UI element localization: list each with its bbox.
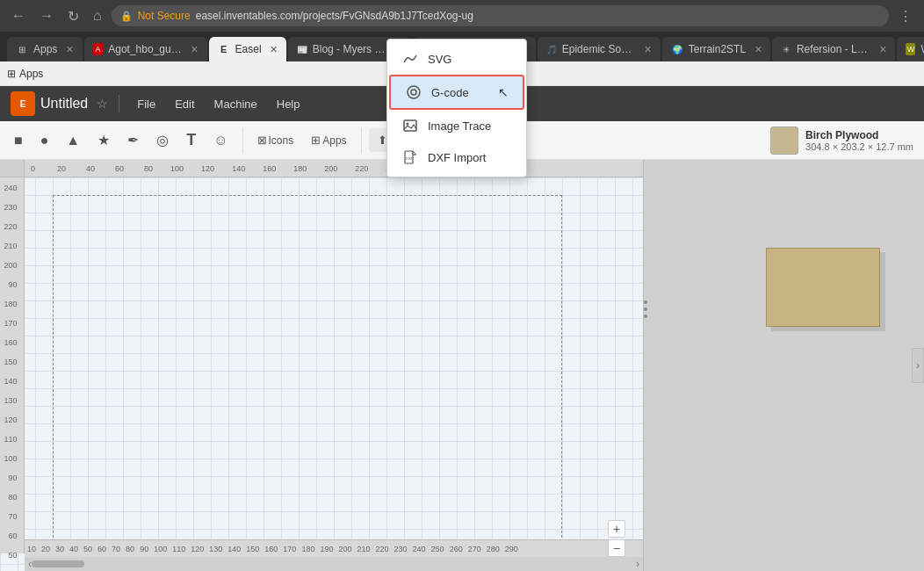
svg-icon (401, 50, 419, 68)
b-num-30: 30 (53, 545, 67, 553)
browser-top-bar: ← → ↻ ⌂ 🔒 Not Secure easel.inventables.c… (0, 0, 924, 32)
ruler-v-230: 230 (4, 200, 19, 214)
b-num-80: 80 (123, 545, 137, 553)
favorite-star-icon[interactable]: ☆ (97, 97, 108, 111)
ruler-h-num-140: 140 (217, 164, 248, 173)
ruler-v-120: 120 (4, 413, 19, 427)
tab-favicon-blog: 📰 (297, 43, 307, 55)
tab-apps[interactable]: ⊞ Apps × (7, 37, 83, 61)
image-trace-menu-item[interactable]: Image Trace (387, 110, 526, 141)
resize-dot-2 (644, 307, 647, 311)
ruler-h-num-40: 40 (69, 164, 97, 173)
back-button[interactable]: ← (7, 6, 30, 25)
zoom-out-button[interactable]: − (608, 539, 625, 557)
b-num-160: 160 (262, 545, 280, 553)
tab-easel[interactable]: E Easel × (209, 37, 286, 61)
preview-expand-button[interactable]: › (912, 348, 924, 383)
material-dims: 304.8 × 203.2 × 12.7 mm (805, 141, 913, 152)
zoom-in-button[interactable]: + (608, 520, 625, 538)
cursor-icon: ↖ (498, 85, 509, 99)
apps-tool-button[interactable]: ⊞ Apps (304, 128, 353, 152)
tab-close-agot[interactable]: × (191, 42, 198, 56)
scrollbar-horizontal[interactable]: ‹ › (25, 557, 643, 571)
ruler-v-170: 170 (4, 316, 19, 330)
b-num-20: 20 (39, 545, 53, 553)
url-text: easel.inventables.com/projects/FvGNsdA9b… (196, 10, 473, 22)
ruler-v-140: 140 (4, 374, 19, 388)
toolbar-separator-1 (242, 128, 243, 153)
icons-tool-button[interactable]: ⊠ Icons (250, 128, 301, 152)
b-num-110: 110 (170, 545, 188, 553)
gcode-icon (405, 83, 422, 101)
tab-close-easel[interactable]: × (271, 42, 278, 56)
tab-epidemic[interactable]: 🎵 Epidemic Sound |... × (538, 37, 661, 61)
address-bar[interactable]: 🔒 Not Secure easel.inventables.com/proje… (112, 5, 889, 26)
canvas-area[interactable]: 0 20 40 60 80 100 120 140 160 180 200 22… (0, 160, 643, 571)
tab-terrain[interactable]: 🌍 Terrain2STL × (662, 37, 771, 61)
import-dropdown-menu: SVG G-code ↖ Image Trace DXF (386, 39, 527, 177)
ruler-h-num-20: 20 (38, 164, 69, 173)
circle-tool-button[interactable]: ● (33, 127, 56, 154)
refresh-button[interactable]: ↻ (63, 6, 83, 26)
tab-label-easel: Easel (235, 43, 262, 55)
panel-resize-handle[interactable] (639, 300, 652, 318)
square-tool-button[interactable]: ■ (7, 127, 30, 154)
scrollbar-thumb-h[interactable] (32, 560, 84, 567)
preview-panel: ‹ › (643, 160, 924, 571)
gcode-menu-item[interactable]: G-code ↖ (389, 75, 524, 110)
scroll-right-button[interactable]: › (636, 558, 639, 570)
ruler-v-130: 130 (4, 394, 19, 408)
menu-edit[interactable]: Edit (168, 94, 201, 114)
material-swatch (770, 126, 798, 155)
ruler-v-60: 60 (4, 529, 19, 543)
tab-wil[interactable]: W WIL WHEATON do... × (897, 37, 924, 61)
image-trace-item-label: Image Trace (428, 119, 491, 133)
ruler-v-90b: 90 (4, 471, 19, 485)
menu-machine[interactable]: Machine (207, 94, 264, 114)
pen-tool-button[interactable]: ✒ (120, 126, 146, 154)
material-display[interactable]: Birch Plywood 304.8 × 203.2 × 12.7 mm (770, 126, 913, 155)
tab-agot[interactable]: A Agot_hbo_guide_... × (84, 37, 207, 61)
ruler-h-num-200: 200 (309, 164, 340, 173)
tab-close-epidemic[interactable]: × (645, 42, 652, 56)
b-num-250: 250 (429, 545, 447, 553)
ruler-h-num-180: 180 (278, 164, 309, 173)
ruler-v-200: 200 (4, 258, 19, 272)
toolbar-separator-2 (361, 128, 362, 153)
dxf-menu-item[interactable]: DXF DXF Import (387, 141, 526, 173)
text-tool-button[interactable]: T (179, 126, 203, 155)
extensions-button[interactable]: ⋮ (894, 6, 917, 26)
material-name: Birch Plywood (805, 129, 913, 141)
emoji-tool-button[interactable]: ☺ (206, 127, 235, 154)
tab-close-refersion[interactable]: × (879, 42, 886, 56)
menu-help[interactable]: Help (270, 94, 307, 114)
b-num-190: 190 (317, 545, 336, 553)
ruler-horizontal: 0 20 40 60 80 100 120 140 160 180 200 22… (25, 160, 643, 177)
tab-label-epidemic: Epidemic Sound |... (562, 43, 636, 55)
resize-dot-1 (644, 300, 647, 304)
tab-favicon-terrain: 🌍 (671, 43, 683, 55)
material-info: Birch Plywood 304.8 × 203.2 × 12.7 mm (805, 129, 913, 152)
ruler-v-150: 150 (4, 355, 19, 369)
home-button[interactable]: ⌂ (89, 6, 106, 25)
menu-file[interactable]: File (130, 94, 162, 114)
icons-tool-icon: ⊠ (257, 134, 267, 147)
ruler-h-num-80: 80 (126, 164, 155, 173)
tab-close-terrain[interactable]: × (754, 42, 762, 56)
target-tool-button[interactable]: ◎ (149, 126, 176, 154)
forward-button[interactable]: → (35, 6, 58, 25)
tab-refersion[interactable]: ✳ Refersion - Login... × (772, 37, 895, 61)
ruler-v-100: 100 (4, 452, 19, 466)
ruler-h-num-160: 160 (248, 164, 278, 173)
lock-icon: 🔒 (120, 11, 133, 22)
star-tool-button[interactable]: ★ (90, 126, 117, 154)
tab-close-apps[interactable]: × (66, 42, 73, 56)
b-num-240: 240 (410, 545, 429, 553)
tab-label-agot: Agot_hbo_guide_... (108, 43, 182, 55)
b-num-100: 100 (151, 545, 170, 553)
triangle-tool-button[interactable]: ▲ (59, 127, 87, 154)
app-title: Untitled (40, 96, 88, 112)
b-num-130: 130 (206, 545, 225, 553)
svg-menu-item[interactable]: SVG (387, 43, 526, 75)
bookmark-apps[interactable]: ⊞ Apps (7, 68, 43, 80)
